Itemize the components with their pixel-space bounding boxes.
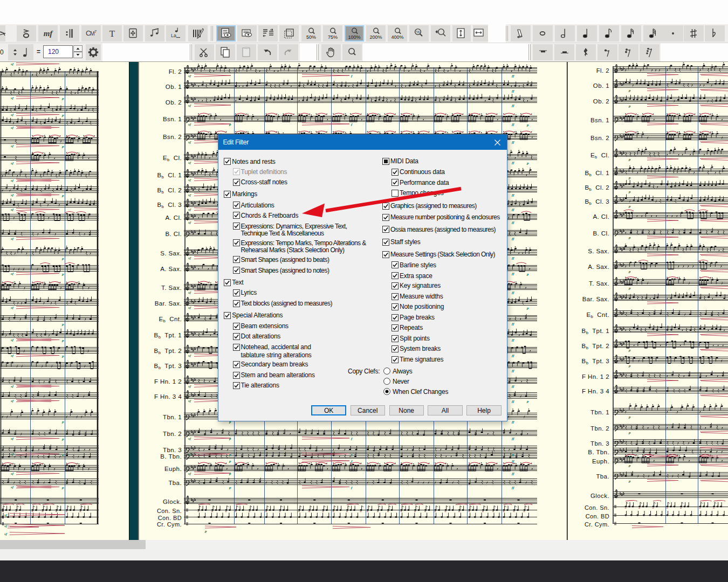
svg-text:Eb Cnt.: Eb Cnt. bbox=[586, 311, 609, 319]
svg-text:p: p bbox=[628, 88, 631, 93]
svg-text:sf: sf bbox=[10, 436, 14, 441]
svg-text:ff: ff bbox=[512, 193, 514, 197]
svg-text:p: p bbox=[628, 286, 631, 290]
svg-text:p: p bbox=[61, 486, 64, 490]
svg-text:p: p bbox=[628, 364, 631, 368]
svg-text:S. Sax.: S. Sax. bbox=[588, 248, 609, 254]
svg-text:sf: sf bbox=[188, 290, 191, 295]
svg-text:sf: sf bbox=[10, 485, 14, 489]
svg-text:p: p bbox=[229, 453, 231, 457]
svg-text:ff: ff bbox=[512, 237, 514, 241]
svg-text:sf: sf bbox=[10, 399, 14, 403]
svg-text:sf: sf bbox=[10, 161, 14, 165]
svg-text:La: La bbox=[171, 33, 176, 38]
svg-text:p: p bbox=[61, 96, 64, 101]
svg-text:sf: sf bbox=[10, 272, 14, 276]
svg-text:ff: ff bbox=[512, 272, 514, 276]
svg-text:ff: ff bbox=[512, 122, 514, 127]
svg-text:A. Sax.: A. Sax. bbox=[588, 264, 609, 270]
svg-text:Tbn. 3: Tbn. 3 bbox=[163, 447, 182, 453]
svg-text:sf: sf bbox=[188, 306, 191, 310]
svg-text:sf: sf bbox=[4, 524, 8, 528]
svg-text:ff: ff bbox=[512, 436, 514, 441]
svg-text:p: p bbox=[526, 399, 529, 404]
svg-text:Bsn. 1: Bsn. 1 bbox=[590, 117, 609, 123]
svg-text:ff: ff bbox=[512, 369, 514, 373]
svg-text:sf: sf bbox=[10, 207, 14, 212]
svg-text:p: p bbox=[628, 157, 631, 162]
svg-text:Bb Tpt. 2: Bb Tpt. 2 bbox=[582, 343, 609, 350]
svg-text:sf: sf bbox=[188, 103, 191, 108]
svg-text:100%: 100% bbox=[348, 34, 360, 40]
svg-text:Bar. Sax.: Bar. Sax. bbox=[155, 300, 182, 307]
svg-text:p: p bbox=[61, 113, 64, 117]
svg-text:sf: sf bbox=[188, 399, 191, 403]
svg-text:Tbn. 3: Tbn. 3 bbox=[590, 440, 609, 447]
svg-text:ff: ff bbox=[512, 290, 514, 295]
svg-text:B. Tbn.: B. Tbn. bbox=[160, 453, 182, 460]
svg-text:ff: ff bbox=[512, 220, 514, 225]
svg-text:Bb Cl. 3: Bb Cl. 3 bbox=[585, 198, 610, 206]
svg-text:sf: sf bbox=[10, 113, 14, 117]
svg-text:p: p bbox=[229, 459, 231, 463]
svg-text:sf: sf bbox=[10, 237, 14, 241]
svg-text:50%: 50% bbox=[306, 34, 316, 40]
svg-text:p: p bbox=[61, 420, 64, 424]
svg-text:ff: ff bbox=[512, 207, 514, 212]
svg-text:mf: mf bbox=[44, 29, 54, 38]
svg-text:Ob. 2: Ob. 2 bbox=[166, 99, 182, 106]
svg-text:p: p bbox=[628, 415, 631, 419]
svg-text:Bb Tpt. 1: Bb Tpt. 1 bbox=[582, 328, 609, 335]
svg-text:75%: 75% bbox=[328, 34, 338, 40]
svg-text:Eb Cl.: Eb Cl. bbox=[590, 152, 609, 160]
svg-text:ff: ff bbox=[512, 459, 514, 463]
svg-text:p: p bbox=[526, 272, 529, 276]
svg-text:S. Sax.: S. Sax. bbox=[160, 250, 182, 257]
svg-text:sf: sf bbox=[188, 384, 191, 389]
svg-text:sf: sf bbox=[4, 532, 8, 536]
svg-text:Bb Cl. 1: Bb Cl. 1 bbox=[585, 170, 610, 177]
svg-text:sf: sf bbox=[4, 513, 8, 517]
svg-text:Bb Cl. 3: Bb Cl. 3 bbox=[157, 202, 182, 209]
svg-text:ff: ff bbox=[512, 103, 514, 108]
svg-text:ff: ff bbox=[512, 256, 514, 260]
svg-text:p: p bbox=[61, 322, 64, 327]
svg-text:p: p bbox=[61, 338, 64, 343]
svg-text:Tba.: Tba. bbox=[168, 480, 182, 486]
svg-text:ff: ff bbox=[512, 486, 514, 490]
svg-text:p: p bbox=[204, 529, 207, 534]
svg-text:sf: sf bbox=[10, 452, 14, 456]
svg-text:sf: sf bbox=[188, 354, 191, 358]
svg-text:Glock.: Glock. bbox=[163, 498, 182, 505]
svg-text:sf: sf bbox=[188, 178, 191, 182]
svg-text:sf: sf bbox=[188, 140, 191, 144]
svg-text:sf: sf bbox=[188, 452, 191, 456]
svg-text:p: p bbox=[628, 348, 631, 352]
svg-text:sf: sf bbox=[188, 220, 191, 225]
svg-text:ff: ff bbox=[512, 322, 514, 326]
svg-text:Con. BD: Con. BD bbox=[158, 515, 182, 521]
svg-text:Eb Cnt.: Eb Cnt. bbox=[159, 316, 182, 323]
svg-text:p: p bbox=[628, 104, 631, 108]
svg-text:sf: sf bbox=[188, 436, 191, 441]
svg-text:p: p bbox=[628, 176, 631, 180]
svg-text:p: p bbox=[628, 455, 631, 459]
svg-text:p: p bbox=[61, 257, 64, 261]
svg-text:p: p bbox=[229, 436, 231, 441]
svg-text:sf: sf bbox=[188, 161, 191, 165]
svg-text:Bsn. 2: Bsn. 2 bbox=[590, 135, 609, 141]
svg-text:T. Sax.: T. Sax. bbox=[161, 285, 182, 291]
svg-text:sf: sf bbox=[188, 193, 191, 197]
svg-text:p: p bbox=[526, 161, 529, 165]
svg-text:400%: 400% bbox=[391, 34, 403, 40]
svg-text:ff: ff bbox=[512, 140, 514, 144]
svg-text:sf: sf bbox=[10, 62, 14, 66]
svg-text:A. Sax.: A. Sax. bbox=[160, 266, 182, 272]
svg-text:sf: sf bbox=[10, 306, 14, 310]
svg-text:Ob. 1: Ob. 1 bbox=[593, 82, 609, 89]
svg-text:Con. Sn.: Con. Sn. bbox=[157, 508, 182, 514]
svg-text:Bb Cl. 1: Bb Cl. 1 bbox=[157, 172, 182, 179]
svg-text:Fl. 2: Fl. 2 bbox=[169, 68, 182, 75]
svg-text:p: p bbox=[229, 472, 231, 476]
svg-text:Bb Tpt. 2: Bb Tpt. 2 bbox=[154, 348, 182, 355]
